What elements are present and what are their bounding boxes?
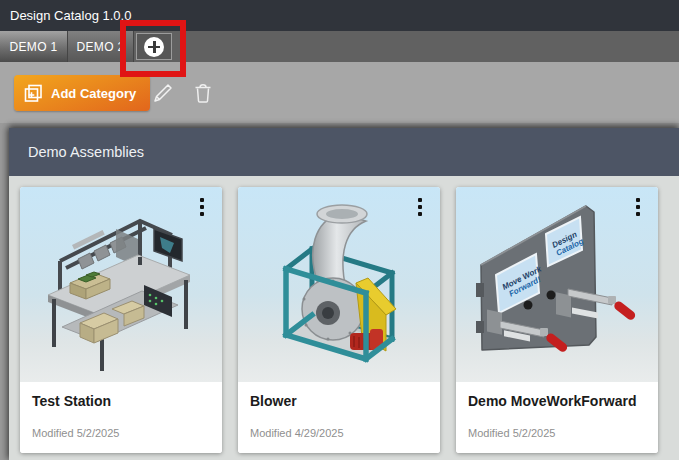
card-info: Demo MoveWorkForward Modified 5/2/2025 [456,382,658,453]
add-square-icon [24,84,43,103]
title-bar: Design Catalog 1.0.0 [0,0,679,31]
assembly-card-test-station[interactable]: Test Station Modified 5/2/2025 [20,187,222,453]
assembly-card-demo-moveworkforward[interactable]: Move Work Forward! Design Catalog [456,187,658,453]
fixture-plate-thumbnail: Move Work Forward! Design Catalog [456,187,658,382]
assemblies-grid: Test Station Modified 5/2/2025 [9,176,679,460]
category-header: Demo Assemblies [9,128,679,176]
assembly-card-blower[interactable]: Blower Modified 4/29/2025 [238,187,440,453]
add-category-label: Add Category [51,86,136,101]
window-title: Design Catalog 1.0.0 [10,0,131,31]
workbench-3d-render [20,187,222,382]
card-title: Demo MoveWorkForward [468,393,637,409]
card-menu-kebab-icon[interactable] [412,196,428,220]
tab-demo-2-label: DEMO 2 [77,40,125,54]
plus-icon [144,37,164,57]
card-modified-date: Modified 5/2/2025 [32,427,119,439]
card-info: Blower Modified 4/29/2025 [238,382,440,453]
test-station-thumbnail [20,187,222,382]
toolbar: Add Category [0,62,679,123]
card-menu-kebab-icon[interactable] [630,196,646,220]
tab-bar: DEMO 1 DEMO 2 [0,31,679,62]
category-header-label: Demo Assemblies [28,128,144,176]
category-panel: Demo Assemblies [9,128,679,460]
fixture-plate-3d-render: Move Work Forward! Design Catalog [456,187,658,382]
card-modified-date: Modified 5/2/2025 [468,427,555,439]
add-category-button[interactable]: Add Category [14,75,150,111]
card-title: Blower [250,393,297,409]
blower-thumbnail [238,187,440,382]
delete-button[interactable] [186,76,220,110]
tab-demo-2[interactable]: DEMO 2 [68,31,134,62]
card-modified-date: Modified 4/29/2025 [250,427,344,439]
card-title: Test Station [32,393,111,409]
new-tab-button[interactable] [136,33,172,60]
trash-icon [191,81,215,105]
edit-button[interactable] [146,76,180,110]
tab-demo-1-label: DEMO 1 [10,40,58,54]
pencil-icon [150,80,176,106]
card-menu-kebab-icon[interactable] [194,196,210,220]
tab-demo-1[interactable]: DEMO 1 [0,31,68,62]
blower-3d-render [238,187,440,382]
card-info: Test Station Modified 5/2/2025 [20,382,222,453]
